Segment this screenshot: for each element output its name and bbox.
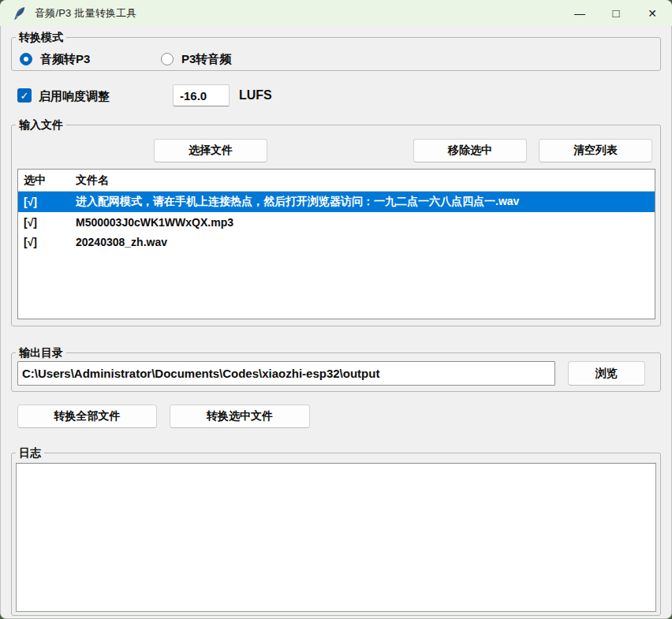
row-filename-cell: M500003J0cWK1WWxQX.mp3 [76, 216, 655, 229]
radio-audio-to-p3[interactable]: 音频转P3 [20, 52, 90, 66]
input-files-group-label: 输入文件 [16, 118, 66, 132]
maximize-icon: □ [612, 6, 619, 20]
mode-groupbox [11, 37, 661, 71]
lufs-input[interactable] [173, 84, 230, 106]
log-textarea[interactable] [16, 463, 656, 612]
radio-label: P3转音频 [181, 52, 231, 67]
column-header-selected[interactable]: 选中 [18, 173, 76, 188]
browse-button[interactable]: 浏览 [568, 361, 645, 386]
clear-list-button[interactable]: 清空列表 [539, 139, 652, 162]
table-row[interactable]: [√] 20240308_zh.wav [18, 232, 655, 252]
check-icon: ✓ [21, 90, 29, 102]
minimize-icon: — [574, 7, 585, 20]
row-filename-cell: 进入配网模式，请在手机上连接热点，然后打开浏览器访问：一九二点一六八点四点一.w… [76, 195, 655, 209]
radio-unselected-icon [161, 53, 174, 65]
titlebar: 音频/P3 批量转换工具 — □ ✕ [0, 0, 672, 26]
row-checked-cell: [√] [18, 216, 76, 229]
row-checked-cell: [√] [18, 196, 76, 208]
app-window: 音频/P3 批量转换工具 — □ ✕ 转换模式 音频转P3 P3转音频 ✓ 启用… [0, 0, 672, 619]
window-title: 音频/P3 批量转换工具 [35, 6, 137, 21]
radio-label: 音频转P3 [40, 52, 90, 67]
remove-selected-button[interactable]: 移除选中 [413, 139, 527, 162]
close-icon: ✕ [648, 7, 657, 20]
column-header-filename[interactable]: 文件名 [76, 173, 655, 188]
select-files-button[interactable]: 选择文件 [154, 139, 267, 162]
loudness-checkbox-label[interactable]: 启用响度调整 [39, 89, 110, 104]
window-controls: — □ ✕ [562, 0, 670, 26]
file-table: 选中 文件名 [√] 进入配网模式，请在手机上连接热点，然后打开浏览器访问：一九… [17, 169, 655, 319]
loudness-checkbox[interactable]: ✓ [17, 88, 32, 103]
radio-p3-to-audio[interactable]: P3转音频 [161, 52, 231, 66]
convert-selected-button[interactable]: 转换选中文件 [170, 405, 310, 428]
output-path-input[interactable] [17, 361, 555, 386]
output-dir-group-label: 输出目录 [16, 346, 66, 360]
maximize-button[interactable]: □ [598, 0, 634, 26]
table-row[interactable]: [√] M500003J0cWK1WWxQX.mp3 [18, 212, 655, 232]
row-filename-cell: 20240308_zh.wav [76, 236, 655, 248]
table-row[interactable]: [√] 进入配网模式，请在手机上连接热点，然后打开浏览器访问：一九二点一六八点四… [18, 192, 655, 212]
radio-selected-icon [20, 53, 32, 65]
python-feather-icon [13, 6, 27, 21]
log-group-label: 日志 [16, 446, 44, 460]
mode-group-label: 转换模式 [16, 31, 66, 44]
row-checked-cell: [√] [18, 236, 76, 248]
minimize-button[interactable]: — [562, 0, 598, 26]
close-button[interactable]: ✕ [634, 0, 670, 26]
convert-all-button[interactable]: 转换全部文件 [17, 405, 157, 428]
file-table-header: 选中 文件名 [18, 170, 655, 192]
lufs-unit-label: LUFS [239, 88, 272, 103]
